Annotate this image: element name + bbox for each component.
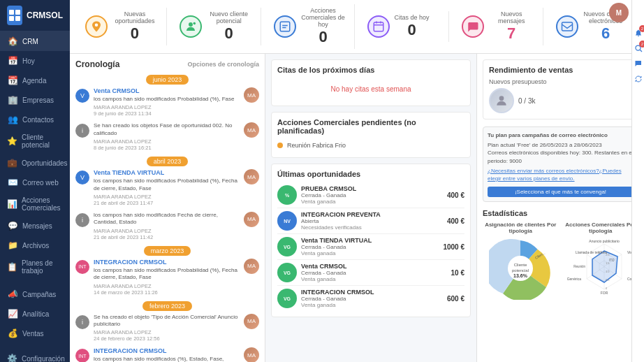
- timeline-avatar: MA: [244, 212, 259, 227]
- metric-acciones-comerciales[interactable]: Acciones Comerciales de hoy 0: [265, 4, 356, 49]
- opp-item-3[interactable]: VG Venta CRMSOL Cerrada - Ganada Venta g…: [277, 260, 464, 286]
- timeline-content: Venta CRMSOL los campos han sido modific…: [94, 87, 240, 117]
- stats-section: Estadísticas Asignación de clientes Por …: [483, 209, 638, 300]
- timeline-avatar: MA: [244, 122, 259, 138]
- timeline-integracion2-icon: INT: [75, 349, 89, 362]
- sidebar-item-acciones-comerciales[interactable]: 📊 Acciones Comerciales: [0, 192, 70, 216]
- sync-button[interactable]: [634, 74, 643, 84]
- email-plan-link[interactable]: ¿Necesitas enviar más correos electrónic…: [488, 168, 622, 182]
- sidebar-item-label: CRM: [22, 38, 38, 45]
- metric-citas-hoy[interactable]: Citas de hoy 0: [359, 11, 449, 42]
- config-icon: ⚙️: [7, 353, 17, 362]
- content-area: Cronología Opciones de cronología junio …: [70, 54, 644, 362]
- sidebar-item-label: Agenda: [22, 77, 46, 85]
- svg-text:ITO: ITO: [609, 259, 615, 262]
- date-badge-june: junio 2023: [75, 75, 259, 83]
- pie-chart: Cliente potencial 13.6% Clien...: [489, 237, 552, 300]
- opp-badge-4: VG: [277, 289, 297, 308]
- correo-web-icon: ✉️: [7, 177, 18, 188]
- citas-card: Citas de los próximos días No hay citas …: [271, 59, 471, 106]
- svg-text:0: 0: [606, 287, 608, 290]
- sidebar-item-label: Configuración: [22, 355, 65, 363]
- opp-info-4: INTEGRACION CRMSOL Cerrada - Ganada Vent…: [301, 289, 443, 308]
- app-name: CRMSOL: [27, 10, 63, 20]
- timeline-avatar: MA: [244, 314, 259, 329]
- acciones-pendientes-card: Acciones Comerciales pendientes (no plan…: [271, 112, 471, 158]
- analitica-icon: 📈: [7, 308, 18, 319]
- notifications-button[interactable]: 2: [634, 28, 643, 38]
- svg-point-4: [95, 24, 98, 27]
- svg-rect-1: [15, 10, 20, 15]
- nuevas-opp-info: Nuevas oportunidades 0: [112, 10, 158, 43]
- timeline-avatar: MA: [244, 87, 259, 103]
- sidebar-item-ventas[interactable]: 💰 Ventas: [0, 324, 70, 343]
- timeline-entry: i los campos han sido modificados Fecha …: [75, 212, 259, 240]
- metric-nuevas-oportunidades[interactable]: Nuevas oportunidades 0: [77, 8, 167, 45]
- sidebar-item-label: Contactos: [22, 116, 54, 124]
- timeline-entry: V Venta TIENDA VIRTUAL los campos han si…: [75, 169, 259, 206]
- middle-panel: Citas de los próximos días No hay citas …: [265, 54, 476, 362]
- opp-info-2: Venta TIENDA VIRTUAL Cerrada - Ganada Ve…: [301, 237, 439, 256]
- sidebar-item-agenda[interactable]: 📆 Agenda: [0, 71, 70, 90]
- right-panel: Rendimiento de ventas Nuevos presupuesto…: [476, 54, 644, 362]
- sidebar-item-analitica[interactable]: 📈 Analítica: [0, 304, 70, 324]
- timeline-avatar: MA: [244, 347, 259, 362]
- opp-item-0[interactable]: % PRUEBA CRMSOL Cerrada - Ganada Venta g…: [277, 182, 464, 208]
- cronologia-options[interactable]: Opciones de cronología: [187, 61, 259, 68]
- sidebar-item-contactos[interactable]: 👥 Contactos: [0, 110, 70, 129]
- oportunidades-icon: 💼: [7, 157, 17, 168]
- radar-chart: Anuncio publicitario Visita Correo elect…: [566, 237, 636, 300]
- chat-button[interactable]: [634, 59, 643, 68]
- metrics-bar: Nuevas oportunidades 0 + Nuevo cliente p…: [70, 0, 644, 54]
- sidebar-item-label: Mensajes: [22, 222, 52, 230]
- timeline-content: INTEGRACION CRMSOL los campos han sido m…: [94, 347, 240, 362]
- sidebar-item-archivos[interactable]: 📁 Archivos: [0, 236, 70, 255]
- svg-point-14: [499, 96, 504, 101]
- sidebar-item-configuracion[interactable]: ⚙️ Configuración: [0, 349, 70, 362]
- right-actions: 2 2: [631, 0, 644, 362]
- search-button[interactable]: 2: [634, 43, 643, 53]
- svg-line-41: [640, 50, 642, 52]
- sidebar-item-planes-trabajo[interactable]: 📋 Planes de trabajo: [0, 255, 70, 279]
- sidebar-item-oportunidades[interactable]: 💼 Oportunidades: [0, 153, 70, 173]
- sidebar-item-empresas[interactable]: 🏢 Empresas: [0, 90, 70, 110]
- agenda-icon: 📆: [7, 75, 18, 86]
- opp-info-3: Venta CRMSOL Cerrada - Ganada Venta gana…: [301, 263, 447, 282]
- email-plan-button[interactable]: ¡Selecciona el que más te convenga!: [488, 187, 634, 197]
- metric-nuevo-cliente[interactable]: + Nuevo cliente potencial 0: [171, 8, 261, 45]
- hoy-icon: 📅: [7, 55, 18, 66]
- pie-chart-container: Asignación de clientes Por tipología: [483, 222, 559, 300]
- sidebar-item-label: Acciones Comerciales: [22, 196, 63, 212]
- metric-nuevos-mensajes[interactable]: Nuevos mensajes 7: [453, 8, 543, 45]
- oportunidades-card: Últimas oportunidades % PRUEBA CRMSOL Ce…: [271, 164, 471, 317]
- timeline-content: Se han creado los objetos Fase de oportu…: [94, 122, 240, 151]
- sidebar-item-crm[interactable]: 🏠 CRM: [0, 31, 70, 51]
- opp-item-2[interactable]: VG Venta TIENDA VIRTUAL Cerrada - Ganada…: [277, 234, 464, 260]
- sidebar-item-mensajes[interactable]: 💬 Mensajes: [0, 216, 70, 236]
- campanas-icon: 📣: [7, 289, 18, 300]
- accion-item[interactable]: Reunión Fabrica Frio: [277, 139, 464, 152]
- sidebar-item-cliente-potencial[interactable]: ⭐ Cliente potencial: [0, 129, 70, 153]
- sidebar-logo[interactable]: CRMSOL: [0, 0, 70, 31]
- sidebar-item-hoy[interactable]: 📅 Hoy: [0, 51, 70, 71]
- sidebar-item-correo-web[interactable]: ✉️ Correo web: [0, 173, 70, 192]
- opp-item-1[interactable]: NV INTEGRACION PREVENTA Abierta Necesida…: [277, 208, 464, 234]
- opp-info-0: PRUEBA CRMSOL Cerrada - Ganada Venta gan…: [301, 185, 443, 205]
- acciones-hoy-info: Acciones Comerciales de hoy 0: [300, 7, 346, 46]
- timeline-venta-tienda-icon: V: [75, 171, 89, 184]
- sidebar-item-campanas[interactable]: 📣 Campañas: [0, 284, 70, 304]
- opp-item-4[interactable]: VG INTEGRACION CRMSOL Cerrada - Ganada V…: [277, 286, 464, 311]
- sidebar-item-label: Ventas: [22, 330, 44, 338]
- sidebar-item-label: Correo web: [22, 179, 59, 187]
- svg-text:Anuncio publicitario: Anuncio publicitario: [589, 239, 620, 243]
- sidebar: CRMSOL 🏠 CRM 📅 Hoy 📆 Agenda 🏢 Empresas 👥…: [0, 0, 70, 362]
- nuevos-mensajes-info: Nuevos mensajes 7: [488, 10, 534, 43]
- acciones-hoy-icon: [274, 15, 296, 38]
- timeline-info3-icon: i: [75, 315, 89, 329]
- sidebar-item-label: Empresas: [22, 96, 54, 104]
- citas-hoy-icon: [367, 15, 390, 38]
- user-avatar[interactable]: M: [609, 3, 629, 22]
- ventas-icon: 💰: [7, 328, 18, 339]
- contactos-icon: 👥: [7, 114, 18, 125]
- archivos-icon: 📁: [7, 240, 18, 251]
